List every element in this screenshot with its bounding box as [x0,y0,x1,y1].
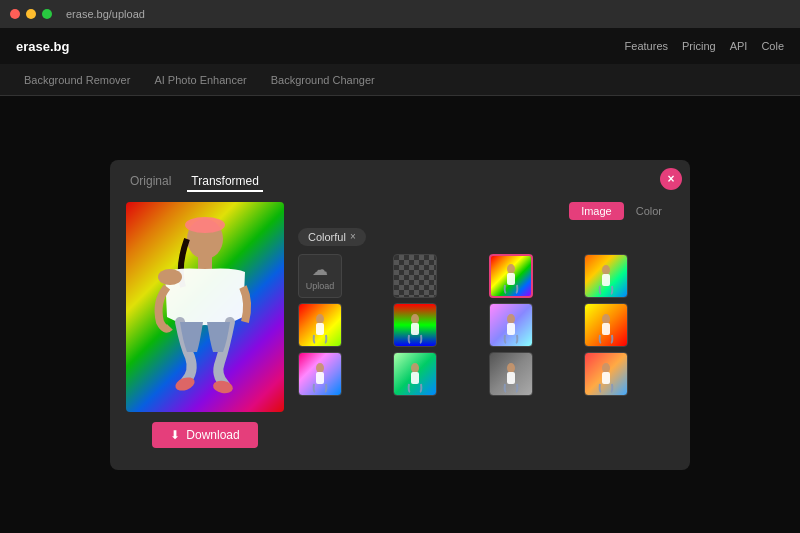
svg-rect-21 [411,372,419,384]
upload-cloud-icon: ☁ [312,260,328,279]
bg-r3-option[interactable] [298,303,342,347]
nav-user[interactable]: Cole [761,40,784,52]
color-toggle-button[interactable]: Color [624,202,674,220]
svg-rect-19 [316,372,324,384]
top-nav: erase.bg Features Pricing API Cole [0,28,800,64]
svg-point-3 [158,269,182,285]
modal: × Original Transformed [110,160,690,470]
svg-point-12 [411,314,419,324]
svg-rect-17 [602,323,610,335]
tab-original[interactable]: Original [126,172,175,192]
close-button[interactable]: × [660,168,682,190]
tab-bar: Original Transformed [126,172,674,192]
bg-r10-option[interactable] [584,352,628,396]
bg-rainbow1-option[interactable] [489,254,533,298]
svg-rect-7 [507,273,515,285]
svg-rect-11 [316,323,324,335]
download-icon: ⬇ [170,428,180,442]
svg-rect-25 [602,372,610,384]
svg-point-24 [602,363,610,373]
image-toggle-button[interactable]: Image [569,202,624,220]
main-area: × Original Transformed [0,96,800,533]
tab-transformed[interactable]: Transformed [187,172,263,192]
secondary-bar: Background Remover AI Photo Enhancer Bac… [0,64,800,96]
minimize-dot[interactable] [26,9,36,19]
svg-point-10 [316,314,324,324]
svg-rect-23 [507,372,515,384]
download-button[interactable]: ⬇ Download [152,422,257,448]
controls-area: Image Color Colorful × ☁ [298,202,674,454]
svg-point-16 [602,314,610,324]
toggle-bar: Image Color [569,202,674,220]
bg-r4-option[interactable] [393,303,437,347]
nav-items: Features Pricing API Cole [625,40,784,52]
svg-point-1 [185,217,225,233]
bg-r9-option[interactable] [489,352,533,396]
preview-area: ⬇ Download [126,202,284,454]
sec-bg-remover[interactable]: Background Remover [16,72,138,88]
svg-point-8 [602,265,610,275]
modal-overlay: × Original Transformed [0,96,800,533]
svg-rect-2 [198,257,212,269]
tag-close[interactable]: × [350,231,356,242]
upload-label: Upload [306,281,335,291]
colorful-tag: Colorful × [298,228,366,246]
bg-r6-option[interactable] [584,303,628,347]
tag-row: Colorful × [298,228,674,246]
browser-bar: erase.bg/upload [0,0,800,28]
close-dot[interactable] [10,9,20,19]
bg-rainbow2-option[interactable] [584,254,628,298]
svg-point-20 [411,363,419,373]
svg-rect-13 [411,323,419,335]
svg-point-14 [507,314,515,324]
bg-r8-option[interactable] [393,352,437,396]
bg-transparent-option[interactable] [393,254,437,298]
sec-bg-changer[interactable]: Background Changer [263,72,383,88]
svg-point-22 [507,363,515,373]
tag-label: Colorful [308,231,346,243]
person-silhouette [126,202,284,412]
url-bar: erase.bg/upload [66,8,145,20]
bg-r7-option[interactable] [298,352,342,396]
logo[interactable]: erase.bg [16,39,69,54]
bg-upload-option[interactable]: ☁ Upload [298,254,342,298]
svg-rect-9 [602,274,610,286]
nav-features[interactable]: Features [625,40,668,52]
modal-body: ⬇ Download Image Color Colorful [126,202,674,454]
nav-pricing[interactable]: Pricing [682,40,716,52]
download-label: Download [186,428,239,442]
svg-point-18 [316,363,324,373]
sec-ai-enhancer[interactable]: AI Photo Enhancer [146,72,254,88]
maximize-dot[interactable] [42,9,52,19]
nav-api[interactable]: API [730,40,748,52]
preview-image [126,202,284,412]
svg-rect-15 [507,323,515,335]
svg-point-6 [507,264,515,274]
bg-grid: ☁ Upload [298,254,674,396]
svg-point-5 [212,379,234,394]
bg-r5-option[interactable] [489,303,533,347]
